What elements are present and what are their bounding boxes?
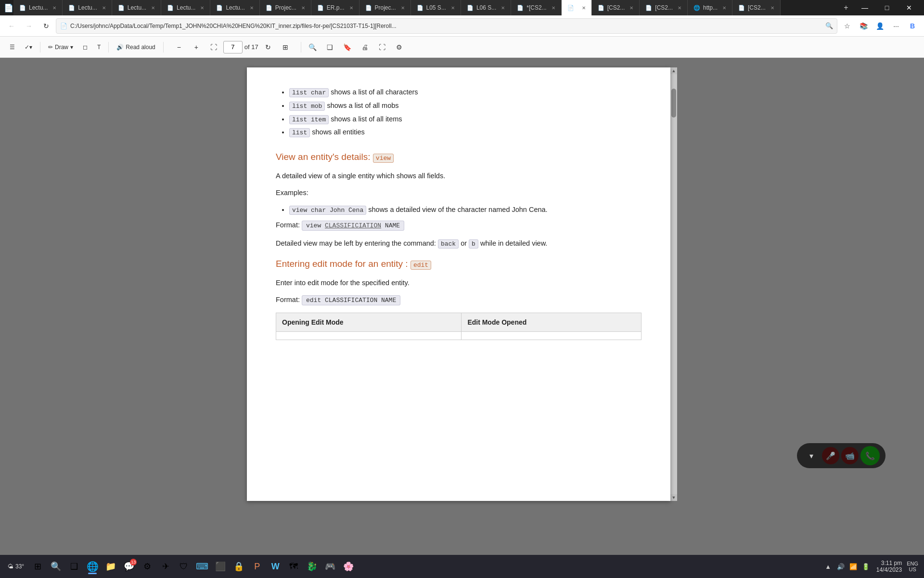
taskbar-app2-button[interactable]: 🎮: [321, 558, 339, 575]
page-number-input[interactable]: 7: [223, 41, 243, 53]
taskbar-telegram-button[interactable]: ✈: [157, 558, 174, 575]
scrollbar[interactable]: ▲ ▼: [670, 67, 677, 501]
taskbar-clock[interactable]: 3:11 pm 14/4/2023: [876, 560, 902, 573]
toolbar-settings-button[interactable]: ⚙: [392, 39, 407, 55]
search-toolbar-button[interactable]: 🔍: [305, 39, 321, 55]
zoom-in-button[interactable]: +: [189, 39, 204, 55]
scroll-down-arrow[interactable]: ▼: [670, 494, 677, 501]
taskbar-explorer-button[interactable]: 📁: [102, 558, 119, 575]
tab-close-button[interactable]: ✕: [770, 5, 774, 11]
tab-close-button[interactable]: ✕: [401, 5, 405, 11]
tab-close-button[interactable]: ✕: [102, 5, 106, 11]
tray-chevron[interactable]: ▲: [822, 561, 834, 572]
tab-close-button[interactable]: ✕: [250, 5, 254, 11]
forward-button[interactable]: →: [21, 18, 37, 34]
settings-button[interactable]: ···: [888, 18, 904, 34]
taskbar-search-button[interactable]: 🔍: [47, 558, 64, 575]
sidebar-toggle-button[interactable]: ❏: [322, 39, 338, 55]
taskbar-vpn-button[interactable]: 🔒: [230, 558, 247, 575]
tab-t9[interactable]: 📄L05 S...✕: [411, 0, 461, 15]
mute-button[interactable]: 🎤: [822, 447, 839, 464]
tab-t7[interactable]: 📄ER.p...✕: [311, 0, 359, 15]
taskbar-terminal-button[interactable]: ⬛: [212, 558, 229, 575]
tab-close-button[interactable]: ✕: [722, 5, 726, 11]
taskbar-maps-button[interactable]: 🗺: [285, 558, 302, 575]
taskbar-start-button[interactable]: ⊞: [29, 558, 46, 575]
address-bar[interactable]: 📄 C:/Users/johnc/AppData/Local/Temp/Temp…: [56, 18, 837, 34]
layout-button[interactable]: ⊞: [278, 39, 293, 55]
rotate-button[interactable]: ↻: [260, 39, 276, 55]
bing-button[interactable]: B: [905, 18, 920, 34]
bullet-desc: shows a list of all mobs: [327, 102, 398, 109]
tray-volume-icon[interactable]: 🔊: [835, 561, 847, 572]
maximize-button[interactable]: □: [876, 0, 898, 15]
tab-t1[interactable]: 📄Lectu...✕: [13, 0, 63, 15]
tray-battery-icon[interactable]: 🔋: [860, 561, 872, 572]
taskbar-powerpoint-button[interactable]: P: [248, 558, 266, 575]
end-call-button[interactable]: 📞: [860, 446, 880, 465]
tab-close-button[interactable]: ✕: [349, 5, 353, 11]
tab-close-button[interactable]: ✕: [501, 5, 505, 11]
tab-t5[interactable]: 📄Lectu...✕: [210, 0, 259, 15]
refresh-button[interactable]: ↻: [38, 18, 54, 34]
tab-t16[interactable]: 📄[CS2...✕: [732, 0, 781, 15]
tab-close-button[interactable]: ✕: [52, 5, 56, 11]
taskbar-chrome-button[interactable]: ⚙: [139, 558, 156, 575]
taskbar-taskview-button[interactable]: ❑: [65, 558, 83, 575]
tab-label: Lectu...: [29, 4, 48, 11]
collections-button[interactable]: 📚: [856, 18, 871, 34]
tab-t6[interactable]: 📄Projec...✕: [260, 0, 311, 15]
tab-t8[interactable]: 📄Projec...✕: [359, 0, 411, 15]
tab-close-button[interactable]: ✕: [629, 5, 633, 11]
taskbar-vscode-button[interactable]: ⌨: [193, 558, 211, 575]
tab-close-button[interactable]: ✕: [678, 5, 681, 11]
taskbar-word-button[interactable]: W: [267, 558, 284, 575]
eraser-button[interactable]: ◻: [79, 40, 91, 54]
fit-page-button[interactable]: ⛶: [206, 39, 221, 55]
tab-close-button[interactable]: ✕: [301, 5, 305, 11]
favorites-button[interactable]: ☆: [839, 18, 855, 34]
taskbar-app3-button[interactable]: 🌸: [340, 558, 357, 575]
tab-close-button[interactable]: ✕: [151, 5, 155, 11]
tab-t3[interactable]: 📄Lectu...✕: [112, 0, 161, 15]
scroll-up-arrow[interactable]: ▲: [670, 67, 677, 74]
tab-t12[interactable]: 📄✕: [562, 0, 592, 15]
tab-t13[interactable]: 📄[CS2...✕: [592, 0, 640, 15]
tab-close-button[interactable]: ✕: [451, 5, 455, 11]
tab-t15[interactable]: 🌐http...✕: [688, 0, 732, 15]
taskbar-lang[interactable]: ENG US: [907, 561, 918, 572]
bookmarks-button[interactable]: 🔖: [340, 39, 355, 55]
taskbar-app1-button[interactable]: 🐉: [303, 558, 321, 575]
text-button[interactable]: T: [93, 40, 104, 54]
close-button[interactable]: ✕: [898, 0, 920, 15]
back-button[interactable]: ←: [4, 18, 19, 34]
table-header-opened: Edit Mode Opened: [462, 313, 642, 331]
toolbar-highlight-button[interactable]: ✓▾: [21, 40, 36, 54]
taskbar-edge-button[interactable]: 🌐: [84, 558, 101, 575]
tab-icon: 📄: [68, 5, 75, 11]
print-button[interactable]: 🖨: [357, 39, 372, 55]
tab-t14[interactable]: 📄[CS2...✕: [640, 0, 688, 15]
tray-network-icon[interactable]: 📶: [847, 561, 859, 572]
expand-video-button[interactable]: ▾: [803, 447, 820, 464]
tab-t10[interactable]: 📄L06 S...✕: [461, 0, 511, 15]
taskbar-discord-button[interactable]: 💬 13: [120, 558, 138, 575]
tab-t11[interactable]: 📄*[CS2...✕: [511, 0, 561, 15]
tab-t2[interactable]: 📄Lectu...✕: [63, 0, 112, 15]
taskbar-antivirus-button[interactable]: 🛡: [175, 558, 192, 575]
read-aloud-button[interactable]: 🔊 Read aloud: [113, 40, 159, 54]
scroll-thumb[interactable]: [671, 89, 676, 118]
fullscreen-button[interactable]: ⛶: [374, 39, 390, 55]
minimize-button[interactable]: —: [854, 0, 876, 15]
toolbar-menu-button[interactable]: ☰: [6, 40, 19, 54]
zoom-out-button[interactable]: −: [171, 39, 187, 55]
video-off-button[interactable]: 📹: [841, 447, 859, 464]
new-tab-button[interactable]: +: [838, 0, 854, 15]
tab-close-button[interactable]: ✕: [200, 5, 204, 11]
profile-button[interactable]: 👤: [872, 18, 887, 34]
nav-right-buttons: ☆ 📚 👤 ··· B: [839, 18, 920, 34]
draw-button[interactable]: ✏ Draw ▾: [44, 40, 77, 54]
tab-close-button[interactable]: ✕: [582, 5, 586, 11]
tab-close-button[interactable]: ✕: [552, 5, 555, 11]
tab-t4[interactable]: 📄Lectu...✕: [161, 0, 210, 15]
